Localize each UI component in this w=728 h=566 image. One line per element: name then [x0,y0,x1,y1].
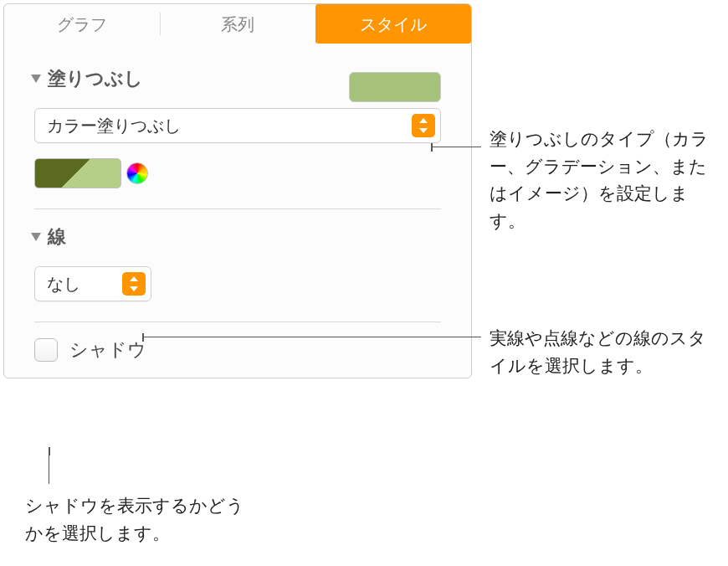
tab-style[interactable]: スタイル [315,4,471,44]
fill-section-header[interactable]: 塗りつぶし [34,66,143,91]
line-style-value: なし [47,273,80,296]
divider [34,322,441,322]
inspector-panel: グラフ 系列 スタイル 塗りつぶし カラー塗りつぶし 線 [3,3,472,378]
fill-title: 塗りつぶし [48,66,143,91]
fill-type-dropdown[interactable]: カラー塗りつぶし [34,108,441,143]
chevron-down-icon [31,75,41,83]
shadow-row: シャドウ [34,337,441,363]
updown-icon [412,114,435,137]
line-title: 線 [48,224,66,250]
callout-fill: 塗りつぶしのタイプ（カラー、グラデーション、またはイメージ）を設定します。 [490,126,715,234]
divider [34,208,441,209]
shadow-label: シャドウ [69,337,146,363]
callout-leader [142,337,481,337]
chevron-down-icon [31,233,41,241]
updown-icon [122,272,146,296]
tab-bar: グラフ 系列 スタイル [4,4,471,44]
line-section-header[interactable]: 線 [34,224,441,250]
tab-chart[interactable]: グラフ [4,4,160,44]
callout-leader-vert [49,450,49,484]
panel-body: 塗りつぶし カラー塗りつぶし 線 なし シャドウ [4,44,471,378]
callout-line: 実線や点線などの線のスタイルを選択します。 [490,325,707,379]
color-wheel-icon[interactable] [126,162,148,184]
fill-color-controls [34,158,441,188]
line-style-dropdown[interactable]: なし [34,266,151,301]
shadow-checkbox[interactable] [34,338,58,362]
fill-color-split-swatch[interactable] [34,158,121,188]
fill-color-swatch[interactable] [349,72,441,102]
callout-shadow: シャドウを表示するかどうかを選択します。 [25,492,259,547]
callout-leader [431,147,481,147]
fill-type-value: カラー塗りつぶし [47,115,181,137]
fill-header-row: 塗りつぶし [34,66,441,108]
tab-series[interactable]: 系列 [160,4,315,44]
